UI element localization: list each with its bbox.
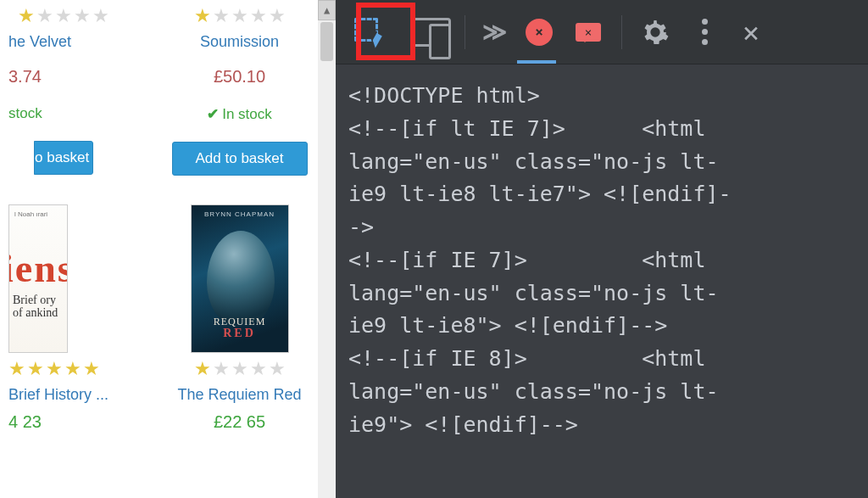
- product-card: l Noah ırari iens Brief ory of ankind ★ …: [0, 204, 127, 433]
- product-title[interactable]: Brief History ...: [8, 385, 119, 405]
- code-line: <!--[if lt IE 7]> <html: [348, 113, 868, 146]
- check-icon: ✔: [207, 105, 219, 123]
- star-icon: ★: [231, 358, 248, 380]
- inspect-element-button[interactable]: [336, 0, 402, 64]
- active-tab-underline: [517, 60, 556, 64]
- star-icon: ★: [231, 5, 248, 27]
- star-icon: ★: [269, 358, 286, 380]
- product-price: £50.10: [170, 67, 309, 87]
- code-line: <!--[if IE 7]> <html: [348, 244, 868, 277]
- cover-author: l Noah ırari: [14, 210, 67, 218]
- device-toolbar-button[interactable]: [402, 0, 459, 64]
- star-icon: ★: [213, 5, 230, 27]
- source-code-view[interactable]: <!DOCTYPE html> <!--[if lt IE 7]> <html …: [337, 64, 868, 498]
- add-to-basket-button[interactable]: o basket: [34, 141, 93, 175]
- stock-status: stock: [8, 105, 119, 122]
- more-tabs-button[interactable]: ≫: [470, 0, 518, 64]
- devtools-pane: ▲ ≫ × × ×: [318, 0, 868, 498]
- star-icon: ★: [64, 358, 81, 380]
- code-line: ->: [348, 211, 868, 244]
- star-icon: ★: [18, 5, 35, 27]
- devtools-left-scrollbar[interactable]: ▲: [318, 0, 336, 498]
- code-line: lang="en-us" class="no-js lt-: [348, 277, 868, 311]
- devtools-toolbar: ≫ × × ×: [336, 0, 868, 64]
- gear-icon: [641, 18, 670, 47]
- cover-subtitle: Brief ory of ankind: [13, 294, 67, 320]
- product-price: 4 23: [8, 412, 119, 432]
- star-icon: ★: [194, 5, 211, 27]
- code-line: ie9 lt-ie8 lt-ie7"> <![endif]-: [348, 178, 868, 211]
- chevron-right-icon: ≫: [482, 18, 507, 46]
- code-line: lang="en-us" class="no-js lt-: [348, 146, 868, 179]
- scrollbar-up-button[interactable]: ▲: [318, 0, 336, 20]
- product-price: 3.74: [8, 67, 119, 87]
- star-icon: ★: [55, 5, 72, 27]
- star-icon: ★: [269, 5, 286, 27]
- product-card: ★ ★ ★ ★ ★ Soumission £50.10 ✔In stock Ad…: [127, 0, 318, 193]
- product-card: ★ ★ ★ ★ ★ he Velvet 3.74 stock o basket: [0, 0, 127, 193]
- cover-line2: RED: [192, 327, 288, 340]
- issues-indicator[interactable]: ×: [560, 0, 616, 64]
- scrollbar-thumb[interactable]: [320, 22, 333, 61]
- error-icon: ×: [526, 19, 553, 46]
- star-icon: ★: [194, 358, 211, 380]
- star-icon: ★: [8, 358, 25, 380]
- close-devtools-button[interactable]: ×: [726, 0, 776, 64]
- kebab-icon: [702, 19, 708, 45]
- star-icon: ★: [92, 5, 109, 27]
- close-icon: ×: [743, 15, 760, 49]
- star-icon: ★: [213, 358, 230, 380]
- settings-button[interactable]: [627, 0, 683, 64]
- rating-stars: ★ ★ ★ ★ ★: [170, 5, 309, 27]
- add-to-basket-button[interactable]: Add to basket: [172, 142, 308, 176]
- cover-author: BRYNN CHAPMAN: [192, 210, 288, 218]
- product-thumbnail[interactable]: l Noah ırari iens Brief ory of ankind: [8, 204, 68, 353]
- product-card: BRYNN CHAPMAN REQUIEM RED ★ ★ ★ ★ ★ The …: [127, 204, 318, 433]
- product-title[interactable]: Soumission: [170, 32, 309, 52]
- code-line: lang="en-us" class="no-js lt-: [348, 376, 868, 409]
- star-icon: ★: [74, 5, 91, 27]
- stock-status: ✔In stock: [170, 105, 309, 123]
- cover-bigword: iens: [8, 246, 68, 291]
- product-price: £22 65: [170, 412, 309, 432]
- rating-stars: ★ ★ ★ ★ ★: [8, 5, 119, 27]
- issues-icon: ×: [576, 23, 601, 42]
- code-line: <!--[if IE 8]> <html: [348, 343, 868, 376]
- toolbar-separator: [621, 15, 622, 49]
- code-line: ie9"> <![endif]-->: [348, 409, 868, 442]
- star-icon: ★: [83, 358, 100, 380]
- inspect-icon: [352, 15, 386, 49]
- error-indicator[interactable]: ×: [518, 0, 560, 64]
- device-icon: [410, 18, 451, 47]
- more-menu-button[interactable]: [683, 0, 726, 64]
- code-line: <!DOCTYPE html>: [348, 80, 868, 113]
- product-thumbnail[interactable]: BRYNN CHAPMAN REQUIEM RED: [191, 204, 289, 353]
- star-icon: ★: [36, 5, 53, 27]
- cover-art: [207, 231, 275, 324]
- rating-stars: ★ ★ ★ ★ ★: [8, 358, 119, 380]
- webpage-pane: ★ ★ ★ ★ ★ he Velvet 3.74 stock o basket …: [0, 0, 318, 498]
- rating-stars: ★ ★ ★ ★ ★: [170, 358, 309, 380]
- product-grid: ★ ★ ★ ★ ★ he Velvet 3.74 stock o basket …: [0, 0, 318, 432]
- star-icon: ★: [250, 358, 267, 380]
- star-icon: ★: [27, 358, 44, 380]
- star-icon: ★: [250, 5, 267, 27]
- toolbar-separator: [465, 15, 465, 49]
- code-line: ie9 lt-ie8"> <![endif]-->: [348, 310, 868, 343]
- star-icon: ★: [46, 358, 63, 380]
- product-title[interactable]: The Requiem Red: [170, 385, 309, 405]
- product-title[interactable]: he Velvet: [8, 32, 119, 52]
